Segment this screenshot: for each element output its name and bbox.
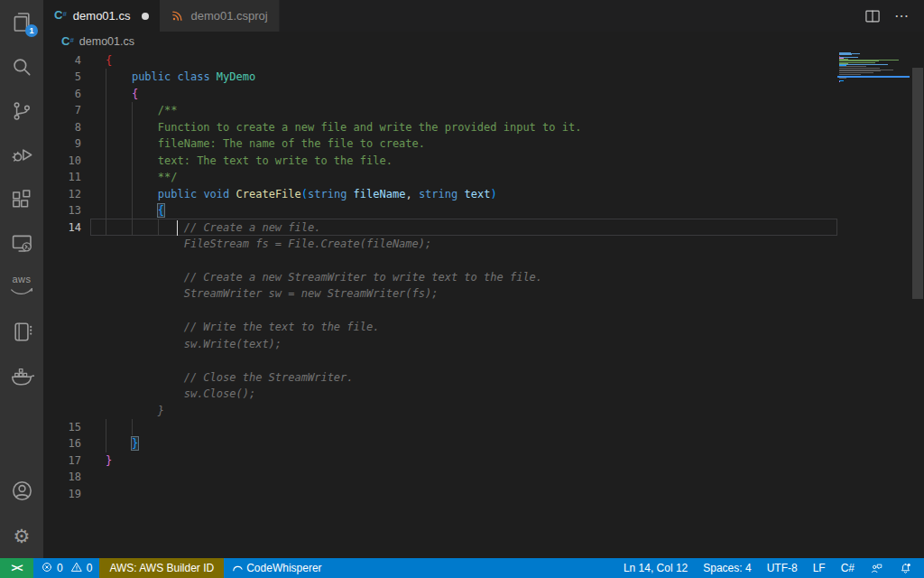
minimap-line xyxy=(839,74,861,75)
token xyxy=(346,188,353,200)
activity-bar-item-aws[interactable]: aws xyxy=(0,266,43,310)
codewhisperer-item[interactable]: CodeWhisperer xyxy=(224,558,328,578)
breadcrumb[interactable]: C# demo01.cs xyxy=(43,32,924,51)
tab-demo01-csproj[interactable]: demo01.csproj xyxy=(160,0,279,32)
more-actions-icon[interactable]: ⋯ xyxy=(894,7,910,24)
extensions-icon xyxy=(10,188,33,211)
line-number: 6 xyxy=(43,86,81,102)
tab-bar: C#demo01.csdemo01.csproj ⋯ xyxy=(43,0,924,32)
code-text: } xyxy=(106,435,138,452)
code-line-6[interactable]: 6 { xyxy=(43,86,837,102)
line-number: 5 xyxy=(43,69,81,85)
line-number xyxy=(43,386,81,402)
minimap-highlight-line xyxy=(837,76,910,78)
ghost-line[interactable]: } xyxy=(43,403,837,419)
tab-demo01-cs[interactable]: C#demo01.cs xyxy=(43,0,160,32)
activity-bar-item-notebook[interactable] xyxy=(0,310,43,354)
activity-bar-item-accounts[interactable] xyxy=(0,468,43,513)
code-text: // Create a new file. xyxy=(106,219,320,236)
code-editor[interactable]: 4{5 public class MyDemo6 {7 /**8 Functio… xyxy=(43,51,924,558)
status-cursor-position[interactable]: Ln 14, Col 12 xyxy=(617,558,694,578)
code-line-15[interactable]: 15 xyxy=(43,419,837,435)
modified-dot-icon[interactable] xyxy=(142,13,149,20)
token: string xyxy=(308,188,346,200)
code-line-16[interactable]: 16 } xyxy=(43,435,837,452)
activity-bar-item-source-control[interactable] xyxy=(0,89,43,133)
docker-icon xyxy=(9,364,34,389)
account-icon xyxy=(10,479,34,503)
code-text: } xyxy=(106,403,164,419)
ghost-line[interactable]: // Write the text to the file. xyxy=(43,319,837,335)
activity-bar-item-remote-explorer[interactable] xyxy=(0,221,43,266)
code-line-11[interactable]: 11 **/ xyxy=(43,169,837,185)
status-eol-label: LF xyxy=(813,562,826,574)
activity-bar-item-docker[interactable] xyxy=(0,354,43,398)
line-number: 19 xyxy=(43,486,81,502)
code-line-14[interactable]: 14 // Create a new file. xyxy=(43,219,837,236)
code-line-7[interactable]: 7 /** xyxy=(43,102,837,118)
notebook-icon xyxy=(10,320,34,344)
token: // Close the StreamWriter. xyxy=(106,371,354,384)
code-line-12[interactable]: 12 public void CreateFile(string fileNam… xyxy=(43,186,837,202)
tab-label: demo01.cs xyxy=(73,9,131,23)
remote-indicator[interactable]: >< xyxy=(0,558,33,578)
ghost-line[interactable]: StreamWriter sw = new StreamWriter(fs); xyxy=(43,285,837,302)
ghost-line[interactable]: sw.Close(); xyxy=(43,386,837,402)
activity-bar-item-run-debug[interactable] xyxy=(0,133,43,177)
run-debug-icon xyxy=(10,143,34,167)
token xyxy=(171,70,177,83)
indent-guide xyxy=(106,419,106,435)
token xyxy=(106,171,158,183)
code-line-13[interactable]: 13 { xyxy=(43,202,837,219)
status-encoding[interactable]: UTF-8 xyxy=(761,558,804,578)
line-number: 9 xyxy=(43,135,81,152)
status-encoding-label: UTF-8 xyxy=(767,562,798,574)
ghost-line[interactable]: FileStream fs = File.Create(fileName); xyxy=(43,236,837,252)
code-line-5[interactable]: 5 public class MyDemo xyxy=(43,69,837,85)
code-line-4[interactable]: 4{ xyxy=(43,52,837,69)
warning-icon xyxy=(70,561,83,576)
ghost-line[interactable] xyxy=(43,352,837,368)
csharp-file-icon: C# xyxy=(61,35,74,49)
token: } xyxy=(106,405,164,417)
activity-bar-item-explorer[interactable]: 1 xyxy=(0,0,43,44)
code-line-18[interactable]: 18 xyxy=(43,469,837,485)
status-language-mode[interactable]: C# xyxy=(835,558,861,578)
code-line-19[interactable]: 19 xyxy=(43,486,837,502)
error-count: 0 xyxy=(57,562,63,574)
ghost-line[interactable]: // Close the StreamWriter. xyxy=(43,369,837,386)
split-editor-icon[interactable] xyxy=(864,7,882,25)
activity-bar-item-settings[interactable]: ⚙ xyxy=(0,513,43,558)
code-line-9[interactable]: 9 fileName: The name of the file to crea… xyxy=(43,135,837,152)
status-eol[interactable]: LF xyxy=(807,558,832,578)
token xyxy=(412,188,419,200)
code-text: text: The text to write to the file. xyxy=(106,153,393,169)
code-line-8[interactable]: 8 Function to create a new file and writ… xyxy=(43,119,837,135)
status-indentation[interactable]: Spaces: 4 xyxy=(697,558,757,578)
ghost-line[interactable]: sw.Write(text); xyxy=(43,336,837,352)
remote-explorer-icon xyxy=(10,231,34,256)
line-number: 8 xyxy=(43,119,81,135)
code-line-10[interactable]: 10 text: The text to write to the file. xyxy=(43,153,837,169)
code-text: StreamWriter sw = new StreamWriter(fs); xyxy=(106,285,438,302)
token xyxy=(106,221,177,234)
notifications-bell-icon[interactable] xyxy=(892,558,919,578)
ghost-line[interactable] xyxy=(43,303,837,319)
token xyxy=(106,204,158,217)
line-number xyxy=(43,303,81,319)
tabs: C#demo01.csdemo01.csproj xyxy=(43,0,280,32)
ghost-line[interactable] xyxy=(43,252,837,268)
feedback-icon[interactable] xyxy=(864,558,890,578)
token: public xyxy=(132,70,171,83)
aws-builder-id-item[interactable]: AWS: AWS Builder ID xyxy=(99,558,224,578)
ghost-line[interactable]: // Create a new StreamWriter to write te… xyxy=(43,269,837,285)
scrollbar-thumb[interactable] xyxy=(912,68,923,299)
code-text: sw.Write(text); xyxy=(106,336,282,352)
code-text: public void CreateFile(string fileName, … xyxy=(106,186,497,202)
vscode-window: 1aws ⚙ C#demo01.csdemo01.csproj ⋯ C# dem… xyxy=(0,0,924,578)
activity-bar-item-search[interactable] xyxy=(0,44,43,89)
minimap[interactable] xyxy=(837,51,911,558)
problems-indicator[interactable]: 0 0 xyxy=(33,558,99,578)
code-line-17[interactable]: 17} xyxy=(43,452,837,469)
activity-bar-item-extensions[interactable] xyxy=(0,177,43,221)
